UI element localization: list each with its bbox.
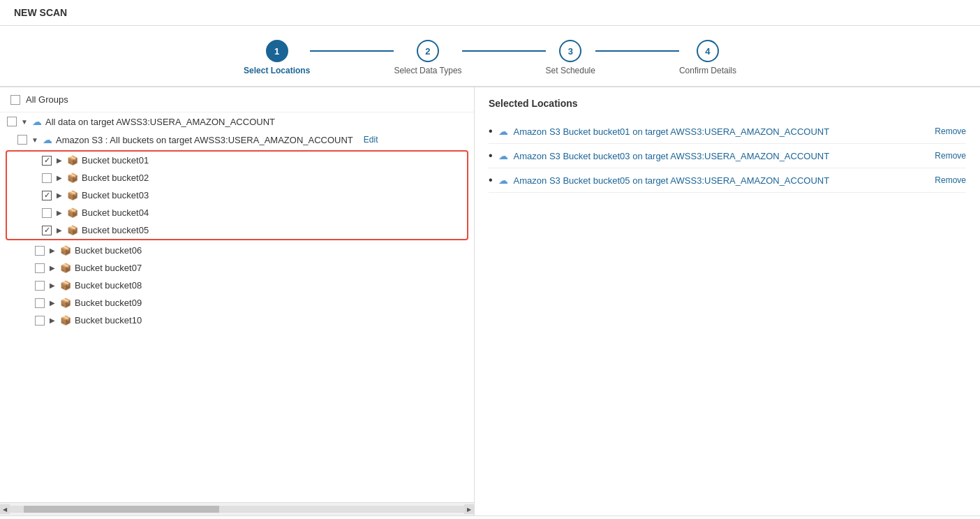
bucket-checkbox-06[interactable] <box>35 246 45 256</box>
root-node-label: All data on target AWSS3:USERA_AMAZON_AC… <box>45 117 275 127</box>
wizard-step-1[interactable]: 1 Select Locations <box>244 40 310 75</box>
selected-buckets-box: ▶ 📦 Bucket bucket01 ▶ 📦 Bucket bucket02 … <box>6 150 468 240</box>
horizontal-scrollbar[interactable]: ◀ ▶ <box>0 502 474 516</box>
bucket-icon-09: 📦 <box>60 298 71 308</box>
tree-area[interactable]: ▼ ☁ All data on target AWSS3:USERA_AMAZO… <box>0 112 474 502</box>
bucket-icon-06: 📦 <box>60 245 71 256</box>
bucket-item-07[interactable]: ▶ 📦 Bucket bucket07 <box>0 259 474 277</box>
bucket-item-01[interactable]: ▶ 📦 Bucket bucket01 <box>7 152 467 169</box>
bucket-expand-03[interactable]: ▶ <box>55 191 64 200</box>
h-scroll-left[interactable]: ◀ <box>0 504 10 514</box>
bucket-checkbox-02[interactable] <box>42 173 52 183</box>
bucket-item-09[interactable]: ▶ 📦 Bucket bucket09 <box>0 294 474 312</box>
bucket-icon-02: 📦 <box>67 173 78 183</box>
step-circle-4: 4 <box>697 40 719 62</box>
s3-checkbox[interactable] <box>17 135 27 145</box>
s3-tree-item[interactable]: ▼ ☁ Amazon S3 : All buckets on target AW… <box>0 131 474 149</box>
bucket-item-08[interactable]: ▶ 📦 Bucket bucket08 <box>0 277 474 294</box>
bucket-checkbox-01[interactable] <box>42 156 52 166</box>
bucket-item-10[interactable]: ▶ 📦 Bucket bucket10 <box>0 312 474 329</box>
s3-node-label: Amazon S3 : All buckets on target AWSS3:… <box>56 135 353 145</box>
bucket-checkbox-03[interactable] <box>42 191 52 200</box>
bucket-item-05[interactable]: ▶ 📦 Bucket bucket05 <box>7 221 467 239</box>
root-cloud-icon: ☁ <box>32 116 42 127</box>
bucket-checkbox-10[interactable] <box>35 316 45 326</box>
step-circle-1: 1 <box>266 40 288 62</box>
step-label-2: Select Data Types <box>394 66 461 75</box>
root-checkbox[interactable] <box>7 117 17 126</box>
wizard-step-3[interactable]: 3 Set Schedule <box>546 40 595 75</box>
bucket-label-01: Bucket bucket01 <box>82 155 149 166</box>
loc-text-0: Amazon S3 Bucket bucket01 on target AWSS… <box>514 126 930 137</box>
loc-text-1: Amazon S3 Bucket bucket03 on target AWSS… <box>514 151 930 161</box>
bucket-icon-10: 📦 <box>60 315 71 326</box>
wizard-step-4[interactable]: 4 Confirm Details <box>679 40 736 75</box>
step-connector-1-2 <box>310 50 394 52</box>
bucket-icon-08: 📦 <box>60 280 71 291</box>
bucket-icon-04: 📦 <box>67 207 78 218</box>
wizard-step-2[interactable]: 2 Select Data Types <box>394 40 461 75</box>
bucket-item-03[interactable]: ▶ 📦 Bucket bucket03 <box>7 187 467 204</box>
s3-expand-arrow[interactable]: ▼ <box>31 136 39 144</box>
h-scroll-thumb[interactable] <box>24 506 219 513</box>
footer: Next <box>0 516 980 519</box>
s3-edit-link[interactable]: Edit <box>364 135 378 145</box>
loc-cloud-icon-0: ☁ <box>498 126 508 137</box>
bucket-checkbox-07[interactable] <box>35 263 45 273</box>
remove-link-0[interactable]: Remove <box>935 126 966 136</box>
selected-location-item-2: • ☁ Amazon S3 Bucket bucket05 on target … <box>489 168 966 193</box>
bucket-label-10: Bucket bucket10 <box>75 315 142 326</box>
bucket-checkbox-08[interactable] <box>35 281 45 291</box>
step-label-4: Confirm Details <box>679 66 736 75</box>
step-label-3: Set Schedule <box>546 66 595 75</box>
bucket-expand-04[interactable]: ▶ <box>55 209 64 217</box>
bucket-checkbox-09[interactable] <box>35 298 45 308</box>
bucket-expand-08[interactable]: ▶ <box>48 282 57 290</box>
bucket-expand-06[interactable]: ▶ <box>48 247 57 255</box>
dot-0: • <box>489 125 493 138</box>
bucket-icon-05: 📦 <box>67 225 78 235</box>
loc-cloud-icon-1: ☁ <box>498 150 508 161</box>
h-scroll-track[interactable] <box>10 506 464 513</box>
bucket-expand-07[interactable]: ▶ <box>48 264 57 272</box>
root-expand-arrow[interactable]: ▼ <box>20 117 29 126</box>
bucket-expand-05[interactable]: ▶ <box>55 226 64 235</box>
page-title: NEW SCAN <box>14 7 67 18</box>
bucket-label-07: Bucket bucket07 <box>75 263 142 273</box>
all-groups-label: All Groups <box>26 94 68 105</box>
all-groups-checkbox[interactable] <box>10 95 20 105</box>
bucket-expand-10[interactable]: ▶ <box>48 316 57 325</box>
remove-link-1[interactable]: Remove <box>935 151 966 161</box>
selected-location-item-0: • ☁ Amazon S3 Bucket bucket01 on target … <box>489 119 966 144</box>
bucket-label-04: Bucket bucket04 <box>82 207 149 218</box>
bucket-item-02[interactable]: ▶ 📦 Bucket bucket02 <box>7 169 467 187</box>
selected-location-item-1: • ☁ Amazon S3 Bucket bucket03 on target … <box>489 144 966 168</box>
bucket-label-08: Bucket bucket08 <box>75 280 142 291</box>
bucket-item-04[interactable]: ▶ 📦 Bucket bucket04 <box>7 204 467 221</box>
loc-text-2: Amazon S3 Bucket bucket05 on target AWSS… <box>514 175 930 186</box>
bucket-checkbox-05[interactable] <box>42 226 52 235</box>
loc-cloud-icon-2: ☁ <box>498 175 508 186</box>
bucket-label-09: Bucket bucket09 <box>75 298 142 308</box>
all-groups-header: All Groups <box>0 87 474 112</box>
left-panel: All Groups ▼ ☁ All data on target AWSS3:… <box>0 87 475 516</box>
remove-link-2[interactable]: Remove <box>935 175 966 185</box>
wizard-steps: 1 Select Locations 2 Select Data Types 3… <box>244 40 736 75</box>
bucket-label-02: Bucket bucket02 <box>82 173 149 183</box>
bucket-icon-01: 📦 <box>67 155 78 166</box>
bucket-item-06[interactable]: ▶ 📦 Bucket bucket06 <box>0 242 474 259</box>
bucket-label-03: Bucket bucket03 <box>82 190 149 200</box>
root-tree-item[interactable]: ▼ ☁ All data on target AWSS3:USERA_AMAZO… <box>0 112 474 131</box>
bucket-expand-01[interactable]: ▶ <box>55 156 64 165</box>
h-scroll-right[interactable]: ▶ <box>464 504 474 514</box>
bucket-icon-07: 📦 <box>60 263 71 273</box>
bucket-expand-09[interactable]: ▶ <box>48 299 57 307</box>
bucket-label-05: Bucket bucket05 <box>82 225 149 235</box>
step-circle-3: 3 <box>559 40 581 62</box>
bucket-expand-02[interactable]: ▶ <box>55 174 64 182</box>
s3-cloud-icon: ☁ <box>43 134 52 145</box>
bucket-checkbox-04[interactable] <box>42 208 52 218</box>
step-circle-2: 2 <box>417 40 439 62</box>
wizard-bar: 1 Select Locations 2 Select Data Types 3… <box>0 26 980 87</box>
dot-2: • <box>489 174 493 187</box>
